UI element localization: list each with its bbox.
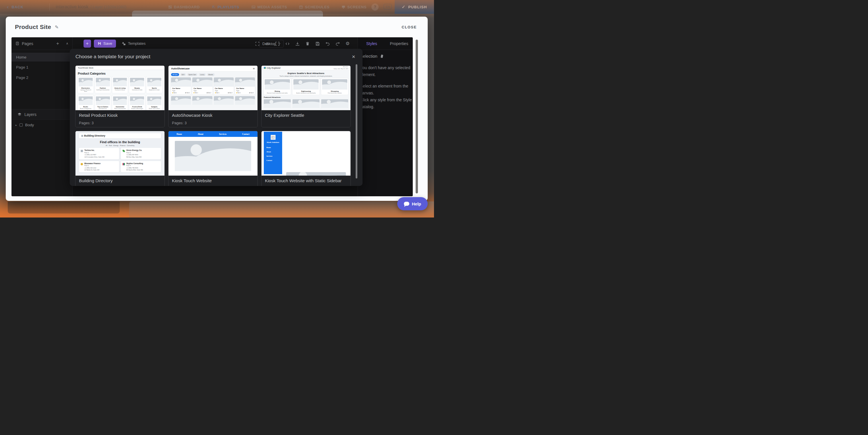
close-button[interactable]: CLOSE [400,25,418,30]
collapse-panel-icon[interactable]: ∧ [66,41,68,45]
template-card-kiosk-website-sidebar[interactable]: Kiosk Solutions Home About Services Cont… [261,131,351,186]
fullscreen-icon[interactable] [275,41,280,46]
office-card: Techno Inc.Floor 3+1 (555) 123-4567123 I… [79,148,119,159]
nav-media-assets[interactable]: MEDIA ASSETS [251,5,287,9]
back-label: BACK [11,5,24,9]
breadcrumb: interactive kiosk / Layer (1920x1080) [56,0,126,14]
undo-icon[interactable] [325,41,330,46]
building-icon [81,135,83,137]
layers-icon [18,113,22,117]
city-logo-icon [264,67,266,69]
car-card: Car NameTypeStat 1Stat 2 [171,77,191,94]
template-card-kiosk-website[interactable]: Home About Services Contact Kiosk Touch … [168,131,258,186]
selection-heading: Selection [360,54,384,59]
template-card-autoshowcase[interactable]: AutoShowcase≡ All Cars SUV Sports Cars L… [168,65,258,127]
template-card-retail[interactable]: TouchKiosk Store Product Categories Elec… [75,65,165,127]
building-icon [81,150,83,152]
template-preview: Building Directory Find offices in the b… [75,131,164,176]
nav-dashboard[interactable]: DASHBOARD [168,5,200,9]
layers-section-header[interactable]: Layers [11,109,72,120]
page-item-home[interactable]: Home [11,53,72,61]
preview-eye-icon[interactable] [265,41,270,46]
money-bag-icon [81,163,83,165]
trash-icon[interactable] [305,41,310,46]
screen: ‹ BACK interactive kiosk / Layer (1920x1… [0,0,434,218]
filter-pill: Luxury [198,73,206,76]
car-card: Car NameTypeStat 1Stat 2 [235,77,255,94]
filter-pill: All Cars [171,73,179,76]
screens-icon [342,5,345,9]
preview-nav-link: Services [267,155,282,157]
add-page-button[interactable]: + [56,41,59,46]
template-preview: City Explorer Welcome!Today's date: May … [261,66,350,110]
modal-title: Choose a template for your project [75,54,150,60]
category-card: Toys & GamesEntertainment [95,95,111,110]
help-button[interactable]: Help [397,197,428,210]
template-preview: Kiosk Solutions Home About Services Cont… [261,131,350,176]
preview-nav-bar: Home About Services Contact [168,131,257,137]
template-card-city-explorer[interactable]: City Explorer Welcome!Today's date: May … [261,65,351,127]
scan-icon[interactable] [255,41,259,46]
template-preview: TouchKiosk Store Product Categories Elec… [75,66,164,110]
preview-nav-link: About [267,151,282,153]
nav-playlists[interactable]: PLAYLISTS [212,5,239,9]
chevron-left-icon: ‹ [7,4,9,9]
edit-pencil-icon[interactable]: ✎ [55,24,59,30]
preview-nav-link: Home [267,147,282,148]
back-button[interactable]: ‹ BACK [7,0,24,14]
picture-icon [272,136,274,138]
category-card: AutomotiveParts & Accessories [112,95,128,110]
background-canvas-left [8,201,120,214]
schedules-icon [299,5,303,9]
template-card-label: Retail Product Kiosk Pages: 3 [75,110,164,127]
page-title: Product Site [15,24,51,30]
template-card-label: Kiosk Touch Website [168,176,257,186]
page-item-page2[interactable]: Page 2 [11,73,72,82]
pages-icon [16,41,19,45]
media-assets-icon [251,5,255,9]
filter-pill: Electric [207,73,214,76]
tab-properties[interactable]: Properties [385,37,413,50]
redo-icon[interactable] [335,41,340,46]
templates-button[interactable]: Templates [119,40,149,48]
download-icon[interactable] [295,41,300,46]
office-card: Skyline ConsultingFloor 4+1 (555) 789-65… [121,161,161,173]
category-card: GadgetsSmart Tech & More [146,95,162,110]
template-card-label: Building Directory [75,176,164,186]
language-selector[interactable]: EN [383,4,392,9]
templates-icon [122,41,126,45]
no-selection-message: You don't have any selected element. [360,64,410,78]
publish-button[interactable]: ✓ PUBLISH [395,0,434,14]
save-disk-icon[interactable] [315,41,320,46]
category-card: BooksBooks & Magazines [78,95,94,110]
page-item-page1[interactable]: Page 1 [11,63,72,72]
add-element-button[interactable]: + [84,40,91,48]
logo-box [271,135,276,140]
preview-nav-link: Services [219,133,226,135]
modal-scrollbar[interactable] [355,64,358,179]
help-icon[interactable]: ? [371,3,379,11]
nav-screens[interactable]: SCREENS [342,5,367,9]
floppy-icon [98,41,101,45]
category-card: BeautyCosmetics & Care [129,76,145,93]
save-button[interactable]: Save [94,40,116,48]
window-scrollbar[interactable] [415,40,418,193]
code-icon[interactable] [285,41,290,46]
category-card: Home & LivingFurniture & Decor [112,76,128,93]
styles-panel: Styles Properties Selection You don't ha… [358,37,413,196]
category-card: ElectronicsLaptops, Phones & More [78,76,94,93]
preview-store-header: TouchKiosk Store [75,66,164,70]
nav-schedules[interactable]: SCHEDULES [299,5,330,9]
filter-pill: Sports Cars [187,73,197,76]
chat-bubble-icon [404,202,409,206]
template-chooser-modal: Choose a template for your project ✕ Tou… [70,49,363,186]
settings-gear-icon[interactable]: ⚙ [345,41,350,46]
layer-item-body[interactable]: ▸ Body [11,123,34,127]
template-preview: Home About Services Contact [168,131,257,176]
template-card-building-directory[interactable]: Building Directory Find offices in the b… [75,131,165,186]
dashboard-icon [168,5,172,9]
template-card-label: Kiosk Touch Website with Static Sidebar [261,176,350,186]
template-preview: AutoShowcase≡ All Cars SUV Sports Cars L… [168,66,257,110]
tab-styles[interactable]: Styles [358,37,385,50]
close-icon[interactable]: ✕ [352,54,355,59]
